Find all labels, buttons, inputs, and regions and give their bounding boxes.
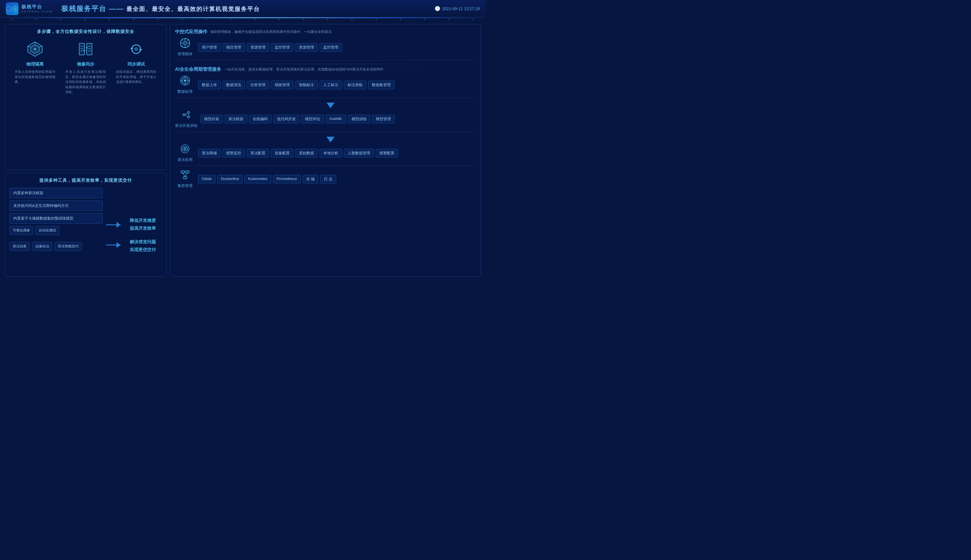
progress-dot	[400, 19, 401, 20]
svg-point-47	[184, 148, 186, 150]
tool-item-2: 支持低代码&交互式两种编码方式	[10, 200, 103, 211]
tag-gitlab: Gitlab	[198, 175, 216, 183]
logo-icon	[6, 2, 18, 15]
tag-algo-framework: 算法框架	[225, 115, 247, 123]
cluster-label: 集群管理	[177, 183, 192, 188]
tools-left: 内置多种算法框架 支持低代码&交互式两种编码方式 内置基于大规模数据集的预训练模…	[10, 188, 103, 280]
svg-point-2	[15, 8, 16, 9]
apply-icon-area: 算法应用	[175, 143, 195, 162]
right-panel: 中控式应用操作 借助管理模块，极栈平台能实现算法应用和部署中控式操作，一站聚合全…	[170, 24, 481, 277]
progress-dot	[109, 19, 110, 20]
right-header: 中控式应用操作 借助管理模块，极栈平台能实现算法应用和部署中控式操作，一站聚合全…	[175, 29, 476, 35]
management-icon	[180, 38, 190, 50]
tag-automl: AutoML	[326, 115, 346, 123]
tag-smart-label: 智能标注	[295, 81, 318, 89]
tool-item-3: 内置基于大规模数据集的预训练模型	[10, 213, 103, 223]
data-row: 数据处理 数据上传 数据清洗 任务管理 绩效管理 智能标注 人工标注 标注质检 …	[175, 75, 476, 94]
feature-physical-isolation: 物理隔离 开发人员所使用的应用端与算法训练服务端完全物理隔离。	[15, 39, 55, 95]
feature-mirror-sync: 镜像同步 开发人员设计好算法模型后，模型会通过镜像系统同步回到训练服务端，并由训…	[65, 39, 106, 95]
svg-point-40	[187, 111, 190, 113]
svg-line-52	[183, 173, 185, 177]
svg-line-42	[185, 113, 187, 115]
progress-bar	[0, 17, 486, 18]
cube-icon	[25, 39, 45, 59]
feature-desc-3: 训练完成后，将结果再同步回开发应用端，便于开发人员进行查看和调试。	[116, 69, 156, 85]
tag-monitor-mgmt-2: 监控管理	[319, 43, 342, 52]
feature-desc-1: 开发人员所使用的应用端与算法训练服务端完全物理隔离。	[15, 69, 55, 85]
progress-dot	[157, 19, 159, 20]
apply-section: 算法应用 算法商城 报警监控 算法配置 设备配置 原始数据 本地分析 人脸数据管…	[175, 143, 476, 166]
management-section: 管理模块 用户管理 项目管理 资源管理 监控管理 资源管理 监控管理	[175, 38, 476, 60]
svg-line-53	[185, 173, 187, 177]
apply-row: 算法应用 算法商城 报警监控 算法配置 设备配置 原始数据 本地分析 人脸数据管…	[175, 143, 476, 162]
management-row: 管理模块 用户管理 项目管理 资源管理 监控管理 资源管理 监控管理	[175, 38, 476, 57]
tools-grid: 内置多种算法框架 支持低代码&交互式两种编码方式 内置基于大规模数据集的预训练模…	[10, 188, 162, 280]
data-icon-area: 数据处理	[175, 75, 195, 94]
progress-dot	[303, 19, 304, 20]
algo-section: 算法开发训练 模型封装 算法框架 在线编码 低代码开发 模型评估 AutoML …	[175, 110, 476, 132]
arrow-right-1	[106, 219, 120, 231]
cluster-section: 集群管理 Gitlab Dockerthul Kubernetes Promet…	[175, 170, 476, 192]
tag-alert-monitor: 报警监控	[222, 149, 245, 157]
divider-1	[175, 64, 476, 64]
tag-alert-config: 报警配置	[376, 149, 398, 157]
right-header-title: 中控式应用操作	[175, 29, 207, 35]
result-text-2: 解决突发问题实现更优交付	[124, 238, 162, 253]
tool-viz: 可视化调参	[10, 226, 33, 235]
tag-label-quality: 标注质检	[344, 81, 366, 89]
feature-name-2: 镜像同步	[77, 62, 94, 67]
svg-point-39	[183, 113, 185, 116]
ai-header-desc: 一站式全流程，提供从数据处理、算法开发训练到算法应用，实现数据自动流程与AI算法…	[224, 67, 383, 72]
title-main: 极栈服务平台	[61, 5, 106, 12]
progress-dot	[230, 19, 231, 20]
main-content: 多步骤，全方位数据安全性设计，保障数据安全 物理隔离	[0, 20, 486, 280]
arrow-right-2	[106, 239, 120, 251]
tag-project-mgmt: 项目管理	[222, 43, 245, 52]
progress-dot	[84, 19, 85, 20]
tool-auto: 自动化测试	[35, 226, 59, 235]
algo-icon	[181, 110, 191, 122]
tag-storage: 存 储	[302, 175, 319, 183]
progress-dot	[473, 19, 474, 20]
tag-face-data-mgmt: 人脸数据管理	[344, 149, 374, 157]
apply-tags: 算法商城 报警监控 算法配置 设备配置 原始数据 本地分析 人脸数据管理 报警配…	[198, 149, 476, 157]
progress-dot	[327, 19, 328, 20]
tool-bottom-row: 算法自愈 边缘自治 算法智能迭代	[10, 242, 103, 251]
security-title: 多步骤，全方位数据安全性设计，保障数据安全	[10, 29, 162, 34]
security-card: 多步骤，全方位数据安全性设计，保障数据安全 物理隔离	[5, 24, 167, 170]
tool-item-1: 内置多种算法框架	[10, 188, 103, 198]
security-features: 物理隔离 开发人员所使用的应用端与算法训练服务端完全物理隔离。	[10, 39, 162, 95]
svg-point-41	[187, 116, 190, 118]
ai-header-title: AI全生命周期管理服务	[175, 67, 221, 73]
header-time: 2021-09-11 13:27:19	[435, 6, 480, 11]
tag-log: 日 志	[320, 175, 336, 183]
title-sub: 最全面、最安全、最高效的计算机视觉服务平台	[126, 6, 260, 12]
cluster-tags: Gitlab Dockerthul Kubernetes Prometheus …	[198, 175, 476, 183]
logo-main: 极栈平台	[22, 4, 53, 10]
progress-dot	[60, 19, 61, 20]
ai-header: AI全生命周期管理服务 一站式全流程，提供从数据处理、算法开发训练到算法应用，实…	[175, 67, 476, 73]
progress-dot	[206, 19, 207, 20]
connector-2	[185, 135, 476, 143]
progress-dot	[133, 19, 134, 20]
tag-task-mgmt: 任务管理	[247, 81, 269, 89]
tag-clean: 数据清洗	[222, 81, 245, 89]
tag-model-mgmt: 模型管理	[372, 115, 395, 123]
tag-online-code: 在线编码	[249, 115, 272, 123]
svg-rect-51	[183, 177, 187, 179]
tool-edge: 边缘自治	[32, 242, 52, 251]
data-tags: 数据上传 数据清洗 任务管理 绩效管理 智能标注 人工标注 标注质检 数据集管理	[198, 81, 476, 89]
tag-resource-mgmt-2: 资源管理	[295, 43, 318, 52]
tools-middle	[106, 188, 120, 280]
algo-label: 算法开发训练	[175, 123, 197, 128]
cluster-icon-area: 集群管理	[175, 170, 195, 188]
tag-model-pack: 模型封装	[201, 115, 223, 123]
data-label: 数据处理	[177, 89, 192, 94]
progress-dot	[351, 19, 353, 20]
management-label: 管理模块	[177, 52, 192, 57]
data-icon	[180, 75, 190, 88]
tool-row: 可视化调参 自动化测试	[10, 226, 103, 235]
progress-dot	[424, 19, 425, 20]
tag-algo-config: 算法配置	[247, 149, 269, 157]
tools-right: 降低开发难度提高开发效率 解决突发问题实现更优交付	[124, 188, 162, 280]
